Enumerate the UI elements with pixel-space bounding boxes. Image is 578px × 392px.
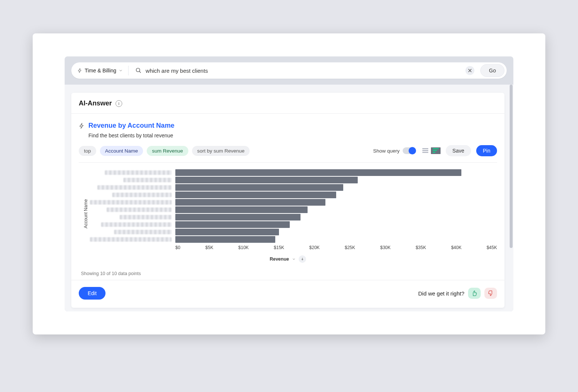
chart-ylabel: Account Name: [83, 199, 88, 229]
app-card: Time & Billing Go AI-Answer i Revenue by…: [33, 33, 545, 334]
pill-sort[interactable]: sort by sum Revenue: [192, 146, 250, 156]
section-title: AI-Answer: [79, 99, 112, 107]
viz-switcher: [420, 146, 441, 156]
show-query-control: Show query: [373, 147, 415, 154]
table-icon: [422, 147, 429, 154]
svg-rect-2: [422, 148, 428, 149]
svg-line-1: [139, 71, 141, 73]
thumbs-up-button[interactable]: [468, 288, 481, 299]
bolt-icon: [79, 123, 85, 129]
go-button[interactable]: Go: [480, 64, 504, 77]
card-header: AI-Answer i: [71, 93, 504, 113]
chart-category-column: [79, 169, 175, 243]
chart-category-label: [90, 214, 175, 220]
viz-bar-button[interactable]: [431, 147, 441, 154]
answer-subtitle: Find the best clients by total revenue: [71, 131, 504, 145]
chart-tick: $40K: [451, 245, 461, 250]
svg-rect-7: [433, 152, 435, 153]
chart-tick: $0: [175, 245, 180, 250]
chart-tick: $25K: [345, 245, 355, 250]
chart-tick: $35K: [416, 245, 426, 250]
chart-bar[interactable]: [175, 177, 358, 183]
thumbs-up-icon: [471, 290, 477, 296]
chart-category-label: [90, 169, 175, 176]
chart-bar[interactable]: [175, 184, 343, 191]
clear-button[interactable]: [465, 66, 474, 75]
svg-rect-3: [422, 150, 428, 151]
feedback-row: Did we get it right?: [418, 288, 497, 299]
toolbar: Show query Save Pin: [373, 145, 497, 156]
edit-button[interactable]: Edit: [79, 287, 105, 300]
chart-category-label: [90, 199, 175, 206]
pill-top[interactable]: top: [79, 146, 96, 156]
chart-category-label: [90, 184, 175, 191]
chevron-down-icon[interactable]: [292, 257, 296, 261]
chart-tick: $10K: [238, 245, 249, 250]
feedback-prompt: Did we get it right?: [418, 290, 464, 297]
svg-rect-5: [433, 148, 439, 149]
close-icon: [468, 69, 472, 72]
chevron-down-icon: [118, 68, 123, 73]
chart-category-label: [90, 206, 175, 213]
chart-category-label: [90, 177, 175, 183]
pin-button[interactable]: Pin: [476, 145, 497, 156]
chart-bar[interactable]: [175, 221, 290, 228]
chart-bar[interactable]: [175, 199, 325, 206]
chart: Account Name $0$5K$10K$15K$20K$25K$30K$3…: [71, 163, 504, 265]
arrow-down-icon: [301, 257, 304, 261]
inner-panel: Time & Billing Go AI-Answer i Revenue by…: [65, 56, 513, 311]
scope-selector[interactable]: Time & Billing: [77, 66, 129, 75]
chart-category-label: [90, 229, 175, 235]
svg-point-0: [136, 68, 140, 72]
chart-bar[interactable]: [175, 229, 279, 235]
search-icon: [135, 67, 142, 74]
chart-tick: $30K: [380, 245, 390, 250]
viz-table-button[interactable]: [420, 146, 430, 156]
chart-bar[interactable]: [175, 192, 336, 198]
scrollbar[interactable]: [510, 85, 513, 311]
svg-rect-4: [422, 152, 428, 153]
bar-chart-icon: [432, 147, 439, 154]
chart-x-axis: $0$5K$10K$15K$20K$25K$30K$35K$40K$45K: [79, 245, 497, 250]
chart-bar[interactable]: [175, 236, 275, 243]
svg-rect-6: [433, 150, 437, 151]
chart-xlabel: Revenue: [270, 257, 289, 262]
pill-account-name[interactable]: Account Name: [100, 146, 143, 156]
chart-tick: $15K: [274, 245, 284, 250]
chart-bar[interactable]: [175, 214, 301, 220]
query-pill-row: top Account Name sum Revenue sort by sum…: [71, 145, 504, 162]
bolt-icon: [77, 68, 82, 73]
info-icon[interactable]: i: [116, 100, 122, 107]
chart-tick: $5K: [205, 245, 213, 250]
chart-category-label: [90, 221, 175, 228]
answer-title-row: Revenue by Account Name: [71, 114, 504, 131]
datapoints-label: Showing 10 of 10 data points: [71, 265, 504, 280]
save-button[interactable]: Save: [446, 145, 471, 156]
thumbs-down-icon: [488, 290, 494, 296]
content-wrap: AI-Answer i Revenue by Account Name Find…: [65, 85, 513, 311]
chart-category-label: [90, 192, 175, 198]
search-input[interactable]: [146, 68, 462, 74]
chart-bar[interactable]: [175, 169, 461, 176]
chart-category-label: [90, 236, 175, 243]
scope-label: Time & Billing: [85, 68, 116, 74]
answer-title-link[interactable]: Revenue by Account Name: [88, 122, 174, 130]
chart-tick: $20K: [309, 245, 320, 250]
search-row: Time & Billing Go: [65, 56, 513, 85]
show-query-toggle[interactable]: [403, 147, 415, 154]
pill-sum-revenue[interactable]: sum Revenue: [147, 146, 188, 156]
chart-bars-column: [175, 169, 497, 243]
chart-bar[interactable]: [175, 206, 308, 213]
thumbs-down-button[interactable]: [484, 288, 497, 299]
answer-card: AI-Answer i Revenue by Account Name Find…: [71, 93, 504, 308]
chart-xlabel-row: Revenue: [79, 255, 497, 263]
search-pill: Time & Billing Go: [71, 62, 507, 79]
chart-tick: $45K: [487, 245, 497, 250]
sort-direction-button[interactable]: [299, 255, 306, 263]
card-footer: Edit Did we get it right?: [71, 280, 504, 308]
show-query-label: Show query: [373, 148, 400, 154]
